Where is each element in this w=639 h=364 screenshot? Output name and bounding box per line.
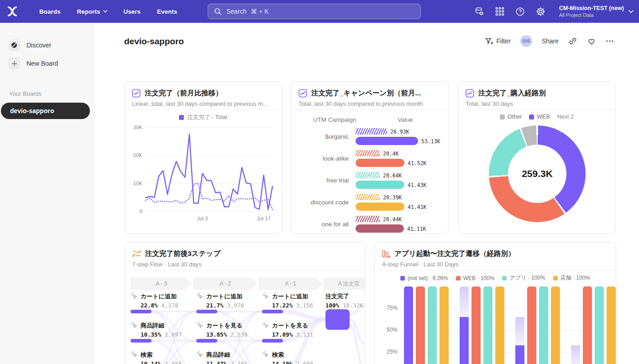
funnel-bar[interactable] bbox=[483, 286, 492, 364]
flow-node-pct: 17.09% bbox=[272, 331, 293, 338]
y-tick-label: 0 bbox=[140, 208, 142, 214]
copy-link-button[interactable] bbox=[568, 36, 577, 46]
legend-item[interactable]: Next 2 bbox=[557, 114, 574, 120]
flow-node[interactable]: カートに追加17.22% 3,156 bbox=[262, 292, 326, 309]
funnel-bar[interactable] bbox=[607, 286, 616, 364]
funnel-bar[interactable] bbox=[416, 286, 425, 364]
funnel-bar[interactable] bbox=[539, 286, 548, 364]
current-value: 41.41K bbox=[408, 204, 427, 210]
flow-step-header: A - 3 bbox=[131, 278, 192, 290]
share-button[interactable]: Share bbox=[542, 37, 559, 45]
filter-button[interactable]: Filter bbox=[485, 37, 511, 46]
flow-node[interactable]: カートに追加21.7% 3,976 bbox=[196, 292, 260, 309]
nav-item-reports[interactable]: Reports bbox=[69, 0, 115, 23]
legend-item[interactable]: WEB bbox=[529, 114, 550, 120]
y-tick-label: 20K bbox=[133, 152, 143, 158]
funnel-dropoff-bar[interactable] bbox=[515, 317, 524, 345]
flow-node-count: 3,976 bbox=[227, 302, 244, 309]
y-tick-label: 25% bbox=[382, 348, 398, 355]
funnel-bar[interactable] bbox=[404, 286, 413, 364]
apps-grid-icon[interactable] bbox=[495, 6, 505, 16]
more-options-button[interactable] bbox=[606, 40, 614, 42]
project-name: CM-Mission-TEST (new) bbox=[559, 5, 624, 11]
legend-item[interactable]: アプリ · 100% bbox=[502, 274, 545, 282]
funnel-dropoff-bar[interactable] bbox=[571, 345, 580, 364]
flow-node[interactable]: カートを見る13.85% 2,538 bbox=[196, 322, 260, 338]
project-switcher[interactable]: CM-Mission-TEST (new) All Project Data bbox=[559, 5, 634, 18]
funnel-bar[interactable] bbox=[495, 286, 504, 364]
help-icon[interactable] bbox=[515, 6, 525, 16]
nav-item-events[interactable]: Events bbox=[149, 0, 185, 23]
funnel-bar[interactable] bbox=[595, 286, 604, 364]
flow-node-name: 注文完了 bbox=[325, 292, 349, 301]
trend-line-svg: 30K20K10K0Jul 3Jul 17 bbox=[132, 122, 275, 225]
search-icon bbox=[214, 8, 222, 16]
campaign-row[interactable]: $organic26.93K53.13K bbox=[291, 128, 448, 150]
previous-value: 20.39K bbox=[383, 194, 402, 201]
legend-swatch bbox=[553, 276, 558, 281]
funnel-bar[interactable] bbox=[527, 286, 536, 364]
flow-node-count: 18.32K bbox=[343, 302, 363, 309]
flow-node[interactable]: 商品詳細11.47% 2,101 bbox=[196, 351, 260, 364]
sidebar-board-devio-sapporo[interactable]: devio-sapporo bbox=[1, 103, 90, 119]
card-header[interactable]: 注文完了（前月比推移） Linear, total, last 30 days … bbox=[125, 82, 282, 110]
previous-period-bar bbox=[356, 172, 380, 178]
funnel-bar[interactable] bbox=[428, 286, 437, 364]
previous-period-bar bbox=[356, 194, 380, 200]
card-header[interactable]: 注文完了前後3ステップ 7-step Flow · Last 30 days bbox=[125, 242, 365, 270]
flow-node[interactable]: カートを見る17.09% 3,131 bbox=[262, 322, 326, 338]
share-label: Share bbox=[542, 37, 559, 45]
card-header[interactable]: 注文完了_キャンペーン別（前月... Total, last 30 days c… bbox=[291, 82, 448, 110]
flow-node-name: 検索 bbox=[141, 351, 152, 359]
funnel-bar[interactable] bbox=[471, 286, 481, 364]
card-order-by-campaign: 注文完了_キャンペーン別（前月... Total, last 30 days c… bbox=[291, 81, 449, 234]
legend-item[interactable]: 店舗 · 100% bbox=[553, 274, 590, 282]
board-actions: Filter 優國 Share bbox=[485, 35, 614, 47]
mixpanel-logo[interactable] bbox=[6, 5, 18, 17]
trend-legend[interactable]: 注文完了 - Total bbox=[125, 114, 282, 121]
flow-node-pct: 11.47% bbox=[206, 360, 227, 364]
flow-node[interactable]: 検索14.19% 2,600 bbox=[262, 351, 326, 364]
funnel-bar[interactable] bbox=[551, 286, 560, 364]
funnel-bar[interactable] bbox=[583, 286, 592, 364]
flow-node[interactable]: カートに追加22.8% 4,178 bbox=[131, 292, 194, 309]
previous-value: 26.93K bbox=[390, 129, 409, 135]
card-header[interactable]: 注文完了_購入経路別 Total, last 30 days bbox=[458, 82, 615, 110]
nav-item-boards[interactable]: Boards bbox=[31, 0, 69, 23]
sidebar-item-new-board[interactable]: New Board bbox=[8, 57, 93, 69]
legend-swatch bbox=[179, 115, 184, 120]
funnel-bar[interactable] bbox=[460, 317, 469, 364]
card-header[interactable]: アプリ起動〜注文完了遷移（経路別） 4-step Funnel · Last 3… bbox=[375, 242, 616, 270]
flow-final-node[interactable]: 注文完了100% 18.32K bbox=[325, 292, 365, 309]
flow-node[interactable]: 検索10.14% 1,858 bbox=[131, 351, 194, 364]
flow-node[interactable]: 商品詳細10.35% 1,897 bbox=[131, 322, 194, 338]
campaign-row[interactable]: free trial20.64K41.43K bbox=[291, 172, 448, 194]
funnel-bar[interactable] bbox=[515, 345, 524, 364]
legend-item[interactable]: Other bbox=[500, 114, 522, 120]
line-chart[interactable]: 30K20K10K0Jul 3Jul 17 bbox=[132, 122, 275, 227]
sidebar-item-discover[interactable]: Discover bbox=[8, 39, 93, 51]
x-tick-label: Jul 17 bbox=[257, 216, 271, 221]
funnel-chart[interactable]: 75%50%25% bbox=[382, 286, 613, 364]
event-cursor-icon bbox=[196, 351, 204, 358]
favorite-button[interactable] bbox=[587, 36, 596, 46]
settings-gear-icon[interactable] bbox=[536, 6, 546, 16]
flow-node-pct: 22.8% bbox=[141, 302, 158, 309]
flow-final-bar bbox=[325, 309, 350, 330]
search-placeholder: Search bbox=[226, 8, 246, 15]
flow-node-pct: 10.35% bbox=[141, 331, 161, 338]
nav-item-users[interactable]: Users bbox=[115, 0, 149, 23]
campaign-row[interactable]: look-alike20.4K41.52K bbox=[291, 150, 448, 172]
flow-node-bar bbox=[196, 310, 217, 313]
search-shortcut: ⌘ + K bbox=[251, 8, 268, 15]
legend-item[interactable]: (not set) · 9.26% bbox=[400, 275, 448, 281]
funnel-bar[interactable] bbox=[440, 286, 449, 364]
avatar[interactable]: 優國 bbox=[520, 35, 532, 47]
legend-item[interactable]: WEB · 100% bbox=[456, 275, 495, 281]
funnel-dropoff-bar[interactable] bbox=[460, 286, 469, 317]
card-order-trend: 注文完了（前月比推移） Linear, total, last 30 days … bbox=[124, 81, 282, 234]
campaign-row[interactable]: one for all20.44K41.11K bbox=[291, 216, 448, 234]
data-management-icon[interactable] bbox=[474, 6, 484, 16]
campaign-row[interactable]: discount code20.39K41.41K bbox=[291, 194, 448, 216]
search-input[interactable]: Search ⌘ + K bbox=[208, 4, 421, 19]
